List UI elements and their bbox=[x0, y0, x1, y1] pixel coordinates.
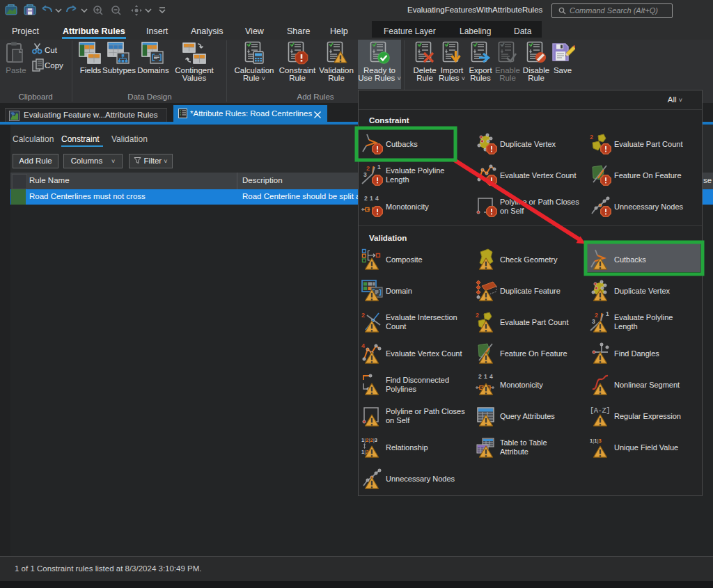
svg-text:1: 1 bbox=[606, 311, 609, 317]
svg-text:1|1|3: 1|1|3 bbox=[590, 438, 602, 444]
svg-text:2: 2 bbox=[478, 374, 482, 380]
svg-text:2: 2 bbox=[590, 134, 593, 141]
svg-text:1: 1 bbox=[377, 164, 381, 170]
svg-text:2: 2 bbox=[476, 312, 479, 319]
svg-text:4: 4 bbox=[361, 342, 365, 349]
svg-text:[A-Z]: [A-Z] bbox=[590, 406, 610, 415]
svg-text:2: 2 bbox=[366, 165, 370, 172]
svg-text:3: 3 bbox=[592, 318, 595, 325]
svg-text:2: 2 bbox=[595, 312, 598, 319]
svg-text:1|2|2|3: 1|2|2|3 bbox=[361, 437, 377, 443]
svg-text:2: 2 bbox=[364, 196, 368, 202]
svg-text:1: 1 bbox=[370, 196, 373, 202]
svg-text:3: 3 bbox=[363, 171, 367, 178]
svg-text:4: 4 bbox=[375, 196, 379, 202]
svg-text:1: 1 bbox=[484, 374, 487, 380]
svg-text:2: 2 bbox=[361, 312, 365, 319]
svg-text:4: 4 bbox=[489, 374, 493, 380]
